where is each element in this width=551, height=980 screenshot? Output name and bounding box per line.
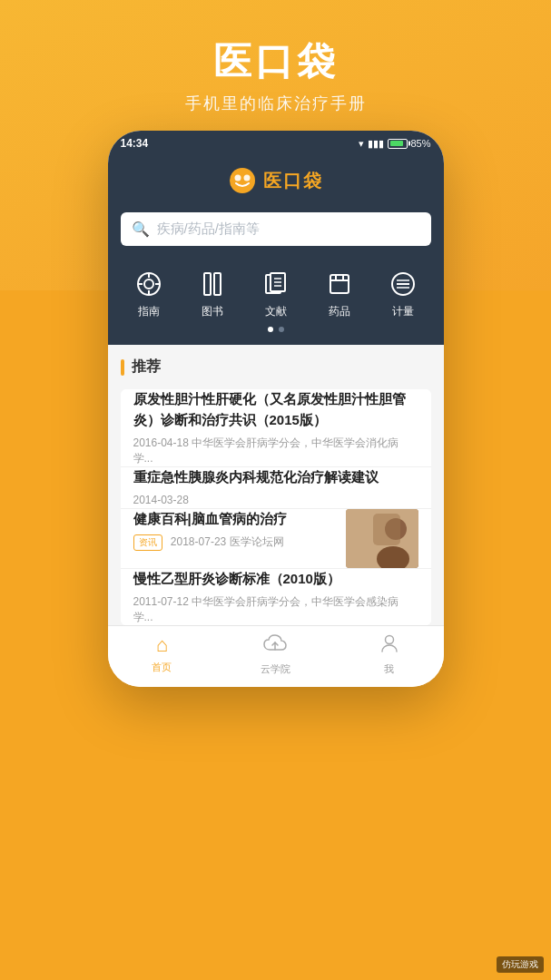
battery-wrap: 85%: [388, 138, 430, 149]
svg-rect-9: [204, 273, 211, 295]
article-text-col-3: 健康百科|脑血管病的治疗 资讯 2018-07-23 医学论坛网: [133, 509, 335, 552]
nav-dots: [108, 319, 444, 341]
bottom-nav-profile-label: 我: [384, 662, 394, 676]
search-section: 🔍 疾病/药品/指南等: [108, 203, 444, 260]
section-title-bar: [121, 359, 124, 376]
signal-icon: ▮▮▮: [368, 138, 384, 150]
article-meta-4: 2011-07-12 中华医学会肝病学分会，中华医学会感染病学...: [133, 594, 418, 625]
search-icon: 🔍: [132, 220, 150, 238]
logo-icon: [229, 167, 256, 194]
header-logo-area: 医口袋: [108, 167, 444, 194]
svg-rect-27: [373, 514, 400, 545]
svg-point-2: [243, 175, 250, 181]
article-item-2[interactable]: 重症急性胰腺炎内科规范化治疗解读建议 2014-03-28: [121, 467, 431, 509]
nav-label-medicine: 药品: [329, 304, 350, 319]
nav-item-calculate[interactable]: 计量: [389, 270, 418, 319]
svg-rect-10: [214, 273, 221, 295]
literature-icon: [261, 270, 290, 299]
status-bar: 14:34 ▾ ▮▮▮ 85%: [108, 131, 444, 156]
content-area: 推荐 原发性胆汁性肝硬化（又名原发性胆汁性胆管炎）诊断和治疗共识（2015版） …: [108, 345, 444, 625]
article-tag-badge: 资讯: [133, 534, 162, 551]
article-meta-2: 2014-03-28: [133, 493, 418, 508]
article-meta-3: 资讯 2018-07-23 医学论坛网: [133, 534, 335, 551]
thumb-image: [346, 509, 418, 568]
section-title-text: 推荐: [132, 358, 161, 377]
nav-section: 指南 图书: [108, 260, 444, 345]
svg-point-4: [144, 279, 153, 289]
nav-item-medicine[interactable]: 药品: [325, 270, 354, 319]
search-placeholder-text: 疾病/药品/指南等: [157, 220, 260, 238]
article-item-1[interactable]: 原发性胆汁性肝硬化（又名原发性胆汁性胆管炎）诊断和治疗共识（2015版） 201…: [121, 389, 431, 467]
nav-item-books[interactable]: 图书: [198, 270, 227, 319]
phone-frame: 14:34 ▾ ▮▮▮ 85% 医口袋 🔍: [108, 131, 444, 687]
svg-point-29: [385, 635, 393, 643]
articles-list: 原发性胆汁性肝硬化（又名原发性胆汁性胆管炎）诊断和治疗共识（2015版） 201…: [121, 389, 431, 625]
svg-point-1: [234, 175, 241, 181]
search-bar[interactable]: 🔍 疾病/药品/指南等: [121, 212, 431, 246]
home-icon: ⌂: [156, 633, 168, 657]
article-meta-1: 2016-04-18 中华医学会肝病学分会，中华医学会消化病学...: [133, 436, 418, 466]
bottom-nav-cloud[interactable]: 云学院: [261, 633, 290, 676]
article-title-3: 健康百科|脑血管病的治疗: [133, 509, 335, 530]
app-subtitle: 手机里的临床治疗手册: [0, 93, 551, 114]
dot-inactive: [279, 327, 284, 332]
app-title-main: 医口袋: [0, 36, 551, 87]
dot-active: [268, 327, 273, 332]
top-branding: 医口袋 手机里的临床治疗手册: [0, 0, 551, 114]
watermark: 仿玩游戏: [497, 956, 544, 973]
article-title-1: 原发性胆汁性肝硬化（又名原发性胆汁性胆管炎）诊断和治疗共识（2015版）: [133, 389, 418, 430]
app-header: 医口袋: [108, 156, 444, 203]
guidelines-icon: [134, 270, 163, 299]
status-time: 14:34: [121, 137, 149, 150]
article-item-3[interactable]: 健康百科|脑血管病的治疗 资讯 2018-07-23 医学论坛网: [121, 509, 431, 569]
bottom-nav: ⌂ 首页 云学院 我: [108, 625, 444, 687]
svg-rect-16: [330, 275, 349, 293]
nav-label-literature: 文献: [265, 304, 287, 319]
bottom-nav-home-label: 首页: [152, 661, 172, 674]
cloud-icon: [263, 633, 287, 659]
article-image-layout: 健康百科|脑血管病的治疗 资讯 2018-07-23 医学论坛网: [133, 509, 418, 568]
article-item-4[interactable]: 慢性乙型肝炎诊断标准（2010版） 2011-07-12 中华医学会肝病学分会，…: [121, 569, 431, 625]
nav-label-calculate: 计量: [392, 304, 414, 319]
header-app-name: 医口袋: [263, 169, 323, 193]
nav-item-literature[interactable]: 文献: [261, 270, 290, 319]
battery-percent: 85%: [410, 138, 430, 149]
medicine-icon: [325, 270, 354, 299]
battery-icon: [388, 139, 408, 149]
nav-label-guidelines: 指南: [138, 304, 160, 319]
bottom-nav-cloud-label: 云学院: [261, 662, 290, 676]
nav-item-guidelines[interactable]: 指南: [134, 270, 163, 319]
bottom-nav-profile[interactable]: 我: [379, 633, 399, 676]
profile-icon: [379, 633, 399, 659]
nav-label-books: 图书: [202, 304, 223, 319]
svg-point-0: [230, 168, 255, 193]
article-thumbnail-3: [346, 509, 418, 568]
article-title-2: 重症急性胰腺炎内科规范化治疗解读建议: [133, 467, 418, 488]
section-title-row: 推荐: [121, 358, 431, 377]
article-meta-text-3: 2018-07-23 医学论坛网: [171, 535, 284, 548]
books-icon: [198, 270, 227, 299]
status-icons: ▾ ▮▮▮ 85%: [359, 138, 430, 150]
calculate-icon: [389, 270, 418, 299]
wifi-icon: ▾: [359, 138, 364, 150]
article-title-4: 慢性乙型肝炎诊断标准（2010版）: [133, 569, 418, 590]
bottom-nav-home[interactable]: ⌂ 首页: [152, 633, 172, 676]
nav-items-row: 指南 图书: [108, 270, 444, 319]
